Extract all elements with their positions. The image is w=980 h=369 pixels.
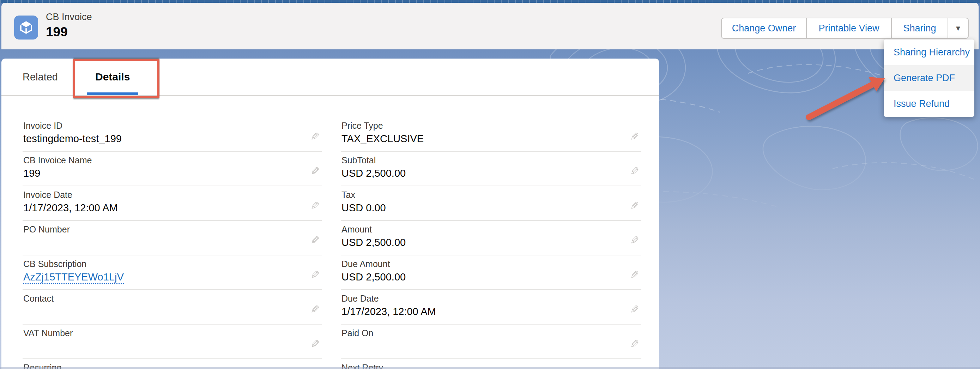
- field-label: Due Amount: [342, 259, 390, 269]
- field-due-amount: Due Amount USD 2,500.00 ✎: [341, 255, 641, 290]
- edit-pencil-icon[interactable]: ✎: [630, 166, 639, 177]
- record-title-block: CB Invoice 199: [46, 10, 92, 40]
- field-label: Price Type: [342, 121, 383, 131]
- field-paid-on: Paid On ✎: [341, 324, 641, 359]
- global-nav-strip: [0, 0, 980, 3]
- edit-pencil-icon[interactable]: ✎: [310, 304, 320, 315]
- field-label: PO Number: [23, 224, 70, 235]
- field-subtotal: SubTotal USD 2,500.00 ✎: [341, 152, 641, 186]
- edit-pencil-icon[interactable]: ✎: [630, 304, 639, 315]
- field-value: 1/17/2023, 12:00 AM: [342, 306, 436, 318]
- record-type-label: CB Invoice: [46, 10, 92, 24]
- field-label: Due Date: [342, 294, 379, 304]
- field-value: USD 2,500.00: [342, 237, 406, 248]
- field-invoice-id: Invoice ID testingdemo-test_199 ✎: [22, 117, 322, 152]
- field-label: Contact: [23, 294, 54, 304]
- field-amount: Amount USD 2,500.00 ✎: [341, 221, 641, 255]
- edit-pencil-icon[interactable]: ✎: [310, 131, 320, 142]
- printable-view-button[interactable]: Printable View: [806, 18, 891, 38]
- record-cube-icon: [18, 19, 35, 36]
- more-actions-dropdown-trigger[interactable]: ▼: [948, 18, 968, 38]
- field-value: USD 2,500.00: [342, 167, 406, 179]
- field-po-number: PO Number ✎: [22, 221, 322, 255]
- field-label: Invoice ID: [23, 121, 62, 131]
- edit-pencil-icon[interactable]: ✎: [310, 166, 320, 177]
- actions-dropdown-menu: Sharing Hierarchy Generate PDF Issue Ref…: [884, 40, 974, 117]
- record-action-bar: Change Owner Printable View Sharing ▼: [721, 17, 969, 39]
- edit-pencil-icon[interactable]: ✎: [630, 200, 639, 211]
- record-header: CB Invoice 199 Change Owner Printable Vi…: [2, 3, 978, 49]
- change-owner-button[interactable]: Change Owner: [722, 18, 806, 38]
- edit-pencil-icon[interactable]: ✎: [310, 269, 320, 280]
- field-contact: Contact ✎: [22, 290, 322, 324]
- field-value: USD 2,500.00: [342, 271, 406, 283]
- details-right-column: Price Type TAX_EXCLUSIVE ✎ SubTotal USD …: [341, 117, 641, 369]
- edit-pencil-icon[interactable]: ✎: [630, 269, 639, 280]
- field-label: Amount: [342, 224, 372, 235]
- cb-subscription-link[interactable]: AzZj15TTEYEWo1LjV: [23, 271, 124, 284]
- annotation-highlight-box: [73, 59, 159, 98]
- field-cb-subscription: CB Subscription AzZj15TTEYEWo1LjV ✎: [22, 255, 322, 290]
- field-value: testingdemo-test_199: [23, 133, 122, 145]
- field-cb-invoice-name: CB Invoice Name 199 ✎: [22, 152, 322, 186]
- record-name: 199: [46, 24, 92, 40]
- field-label: Invoice Date: [23, 190, 72, 200]
- record-object-icon: [14, 16, 38, 40]
- field-label: CB Invoice Name: [23, 155, 92, 165]
- field-due-date: Due Date 1/17/2023, 12:00 AM ✎: [341, 290, 641, 324]
- field-label: SubTotal: [342, 155, 376, 165]
- edit-pencil-icon[interactable]: ✎: [310, 200, 320, 211]
- edit-pencil-icon[interactable]: ✎: [630, 131, 639, 142]
- menu-item-sharing-hierarchy[interactable]: Sharing Hierarchy: [884, 40, 974, 65]
- chevron-down-icon: ▼: [955, 24, 962, 32]
- record-detail-card: Related Details Invoice ID testingdemo-t…: [2, 59, 659, 369]
- sharing-button[interactable]: Sharing: [891, 18, 948, 38]
- field-label: Tax: [342, 190, 355, 200]
- details-left-column: Invoice ID testingdemo-test_199 ✎ CB Inv…: [22, 117, 322, 369]
- menu-item-issue-refund[interactable]: Issue Refund: [884, 91, 974, 117]
- field-price-type: Price Type TAX_EXCLUSIVE ✎: [341, 117, 641, 152]
- field-value: 1/17/2023, 12:00 AM: [23, 202, 118, 214]
- edit-pencil-icon[interactable]: ✎: [310, 339, 320, 350]
- viewport-bottom-edge: [0, 367, 980, 369]
- field-invoice-date: Invoice Date 1/17/2023, 12:00 AM ✎: [22, 186, 322, 221]
- menu-item-generate-pdf[interactable]: Generate PDF: [884, 65, 974, 91]
- tab-related[interactable]: Related: [10, 59, 70, 95]
- edit-pencil-icon[interactable]: ✎: [310, 235, 320, 246]
- field-value: TAX_EXCLUSIVE: [342, 133, 424, 145]
- field-label: Paid On: [342, 328, 373, 338]
- field-value: 199: [23, 167, 40, 179]
- edit-pencil-icon[interactable]: ✎: [630, 235, 639, 246]
- field-label: CB Subscription: [23, 259, 86, 269]
- field-vat-number: VAT Number ✎: [22, 324, 322, 359]
- edit-pencil-icon[interactable]: ✎: [630, 339, 639, 350]
- field-value: USD 0.00: [342, 202, 386, 214]
- field-label: VAT Number: [23, 328, 73, 338]
- field-tax: Tax USD 0.00 ✎: [341, 186, 641, 221]
- annotation-arrow: [794, 67, 896, 127]
